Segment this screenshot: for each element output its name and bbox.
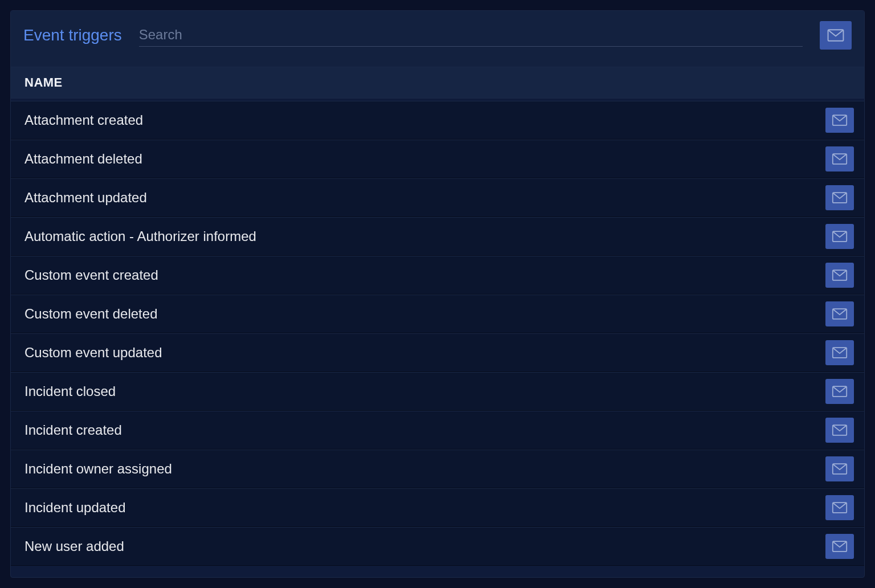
- table-row[interactable]: Incident created: [11, 411, 864, 450]
- panel-title: Event triggers: [23, 26, 122, 44]
- mail-icon: [832, 502, 848, 513]
- row-mail-button[interactable]: [825, 534, 854, 559]
- row-label: New user added: [24, 538, 124, 554]
- table-row[interactable]: Automatic action - Authorizer informed: [11, 217, 864, 256]
- mail-icon: [832, 231, 848, 242]
- row-label: Attachment updated: [24, 190, 147, 206]
- row-mail-button[interactable]: [825, 340, 854, 365]
- search-input[interactable]: [139, 24, 803, 47]
- row-mail-button[interactable]: [825, 224, 854, 249]
- row-mail-button[interactable]: [825, 418, 854, 443]
- mail-icon: [832, 192, 848, 203]
- table-row[interactable]: Attachment updated: [11, 178, 864, 217]
- table-row[interactable]: Incident updated: [11, 488, 864, 527]
- row-label: Custom event updated: [24, 345, 162, 361]
- mail-icon: [832, 115, 848, 126]
- row-label: Attachment created: [24, 112, 143, 128]
- row-mail-button[interactable]: [825, 456, 854, 481]
- table-row[interactable]: Incident closed: [11, 372, 864, 411]
- mail-icon: [832, 153, 848, 165]
- row-label: Incident owner assigned: [24, 461, 172, 477]
- mail-icon: [832, 347, 848, 358]
- row-label: Attachment deleted: [24, 151, 142, 167]
- row-label: Incident updated: [24, 500, 125, 516]
- row-label: Incident closed: [24, 383, 116, 399]
- header-mail-button[interactable]: [820, 21, 852, 50]
- table-row[interactable]: Custom event created: [11, 256, 864, 295]
- row-label: Custom event created: [24, 267, 158, 283]
- mail-icon: [832, 463, 848, 475]
- row-mail-button[interactable]: [825, 301, 854, 326]
- row-mail-button[interactable]: [825, 263, 854, 288]
- row-label: Automatic action - Authorizer informed: [24, 228, 256, 244]
- mail-icon: [832, 386, 848, 397]
- event-triggers-panel: Event triggers NAME Attachment createdAt…: [10, 10, 865, 578]
- column-header-name: NAME: [24, 75, 851, 90]
- row-mail-button[interactable]: [825, 146, 854, 172]
- row-mail-button[interactable]: [825, 495, 854, 520]
- table-row[interactable]: Custom event deleted: [11, 295, 864, 333]
- table-row[interactable]: Custom event updated: [11, 333, 864, 372]
- table-row[interactable]: New user added: [11, 527, 864, 566]
- mail-icon: [832, 424, 848, 436]
- row-mail-button[interactable]: [825, 379, 854, 404]
- table-row[interactable]: Attachment deleted: [11, 140, 864, 178]
- panel-header: Event triggers: [11, 11, 864, 67]
- row-label: Custom event deleted: [24, 306, 157, 322]
- table-row[interactable]: Incident owner assigned: [11, 450, 864, 488]
- mail-icon: [832, 270, 848, 281]
- rows-container: Attachment createdAttachment deletedAtta…: [11, 99, 864, 566]
- table-row[interactable]: Attachment created: [11, 101, 864, 140]
- mail-icon: [832, 541, 848, 552]
- mail-icon: [827, 29, 844, 42]
- column-header-row: NAME: [11, 67, 864, 99]
- row-mail-button[interactable]: [825, 185, 854, 210]
- row-mail-button[interactable]: [825, 108, 854, 133]
- mail-icon: [832, 308, 848, 320]
- row-label: Incident created: [24, 422, 122, 438]
- search-field-wrap: [139, 24, 803, 47]
